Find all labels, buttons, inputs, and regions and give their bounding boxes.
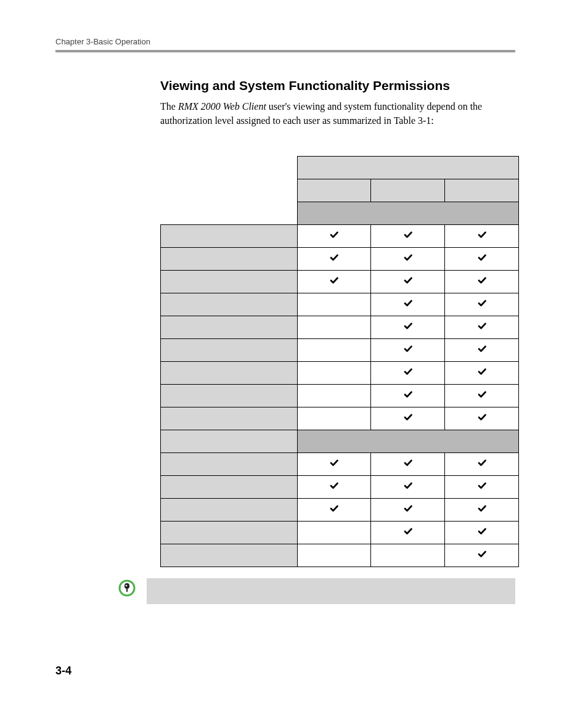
permission-cell [445, 385, 519, 407]
permission-cell [297, 407, 371, 430]
row-label [161, 271, 298, 293]
permission-cell [371, 339, 445, 362]
permission-cell [371, 316, 445, 339]
permission-cell [371, 225, 445, 248]
permission-cell [297, 316, 371, 339]
row-label [161, 385, 298, 407]
permission-cell [371, 544, 445, 567]
table-row [161, 385, 519, 407]
intro-emphasis: RMX 2000 Web Client [178, 101, 266, 112]
check-icon [478, 231, 486, 239]
check-icon [330, 231, 338, 239]
permission-cell [445, 248, 519, 271]
permission-cell [371, 248, 445, 271]
check-icon [404, 459, 412, 467]
table-row [161, 248, 519, 271]
table-row [161, 499, 519, 522]
permission-cell [297, 544, 371, 567]
check-icon [404, 345, 412, 353]
table-row [161, 476, 519, 499]
permission-cell [371, 271, 445, 293]
row-label [161, 499, 298, 522]
row-label [161, 544, 298, 567]
permission-cell [371, 476, 445, 499]
check-icon [478, 253, 486, 262]
row-label [161, 339, 298, 362]
table-header-bar-row [161, 202, 519, 225]
table-body-1 [161, 225, 519, 430]
pin-icon [118, 579, 136, 597]
check-icon [478, 390, 486, 399]
check-icon [478, 345, 486, 353]
check-icon [478, 413, 486, 422]
table-body-2 [161, 453, 519, 567]
row-label [161, 362, 298, 385]
table-row [161, 544, 519, 567]
check-icon [478, 481, 486, 490]
permission-cell [371, 362, 445, 385]
permission-cell [297, 362, 371, 385]
permission-cell [297, 385, 371, 407]
check-icon [478, 322, 486, 330]
header-rule [55, 50, 515, 52]
table-row [161, 293, 519, 316]
permission-cell [445, 476, 519, 499]
permission-cell [371, 453, 445, 476]
permission-cell [297, 271, 371, 293]
note-row [118, 578, 515, 604]
check-icon [330, 276, 338, 285]
note-box [147, 578, 515, 604]
table-row [161, 225, 519, 248]
check-icon [404, 253, 412, 262]
permission-cell [445, 339, 519, 362]
permission-cell [297, 339, 371, 362]
row-label [161, 522, 298, 544]
check-icon [478, 504, 486, 513]
permission-cell [371, 407, 445, 430]
table-row [161, 271, 519, 293]
check-icon [404, 481, 412, 490]
check-icon [330, 481, 338, 490]
row-label [161, 316, 298, 339]
permission-cell [445, 453, 519, 476]
permission-cell [445, 407, 519, 430]
permission-cell [297, 453, 371, 476]
permission-cell [297, 225, 371, 248]
permission-cell [445, 271, 519, 293]
svg-point-1 [126, 585, 128, 587]
table-row [161, 453, 519, 476]
blank-lead-cell [161, 202, 298, 225]
permission-cell [297, 522, 371, 544]
permission-cell [445, 544, 519, 567]
permission-cell [297, 476, 371, 499]
table-row [161, 522, 519, 544]
blank-lead-cell [161, 157, 298, 179]
check-icon [404, 276, 412, 285]
category-label [161, 430, 298, 453]
check-icon [330, 504, 338, 513]
permission-cell [445, 522, 519, 544]
column-header [445, 179, 519, 202]
check-icon [478, 459, 486, 467]
page: Chapter 3-Basic Operation Viewing and Sy… [0, 0, 588, 712]
table-header-bar [297, 202, 518, 225]
permission-cell [445, 316, 519, 339]
check-icon [404, 527, 412, 536]
check-icon [478, 527, 486, 536]
row-label [161, 225, 298, 248]
permission-cell [445, 293, 519, 316]
table-row [161, 362, 519, 385]
check-icon [404, 390, 412, 399]
permission-cell [445, 225, 519, 248]
permission-cell [297, 293, 371, 316]
permission-cell [371, 499, 445, 522]
check-icon [404, 322, 412, 330]
category-row [161, 430, 519, 453]
table-header-row-2 [161, 179, 519, 202]
row-label [161, 453, 298, 476]
check-icon [478, 367, 486, 376]
blank-lead-cell [161, 179, 298, 202]
table-header-row-1 [161, 157, 519, 179]
check-icon [404, 367, 412, 376]
category-bar [297, 430, 518, 453]
